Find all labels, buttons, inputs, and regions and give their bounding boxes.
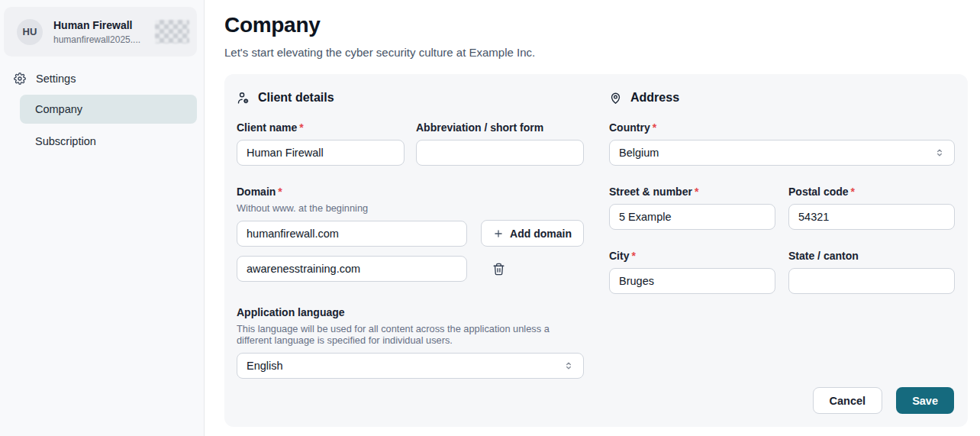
map-pin-icon	[609, 92, 622, 105]
workspace-subtitle: humanfirewall2025....	[53, 34, 140, 46]
abbreviation-field: Abbreviation / short form	[416, 121, 584, 166]
application-language-label: Application language	[237, 306, 584, 319]
chevron-up-down-icon	[563, 360, 574, 371]
domain-input-secondary[interactable]	[237, 256, 467, 282]
main-content: Company Let's start elevating the cyber …	[205, 0, 980, 436]
application-language-helper: This language will be used for all conte…	[237, 323, 565, 346]
postal-code-label: Postal code*	[788, 186, 955, 199]
required-marker: *	[299, 121, 303, 134]
workspace-name: Human Firewall	[53, 18, 140, 32]
country-select[interactable]: Belgium	[609, 140, 955, 166]
country-select-value: Belgium	[619, 147, 659, 159]
client-name-field: Client name*	[237, 121, 405, 166]
required-marker: *	[631, 250, 635, 262]
sidebar-nav: Company Subscription	[20, 95, 197, 156]
language-select-value: English	[247, 360, 283, 372]
workspace-text: Human Firewall humanfirewall2025....	[53, 18, 140, 46]
city-input[interactable]	[609, 268, 775, 294]
user-gear-icon	[237, 92, 250, 105]
required-marker: *	[278, 186, 282, 198]
state-label: State / canton	[788, 250, 955, 263]
client-details-title: Client details	[258, 91, 334, 105]
sidebar-item-company[interactable]: Company	[20, 95, 197, 124]
street-input[interactable]	[609, 204, 775, 230]
domain-label: Domain*	[237, 186, 584, 199]
address-section: Address Country* Belgium	[609, 91, 955, 427]
country-field: Country* Belgium	[609, 121, 955, 166]
sidebar: HU Human Firewall humanfirewall2025.... …	[0, 0, 205, 436]
address-title: Address	[630, 91, 679, 105]
page-subtitle: Let's start elevating the cyber security…	[224, 46, 980, 59]
plus-icon	[493, 228, 504, 239]
company-form-card: Client details Client name* Abbreviation…	[224, 74, 968, 427]
street-field: Street & number*	[609, 186, 775, 230]
trash-icon	[492, 263, 505, 276]
client-name-label: Client name*	[237, 121, 405, 134]
state-field: State / canton	[788, 250, 955, 294]
language-select[interactable]: English	[237, 353, 584, 379]
street-label: Street & number*	[609, 186, 775, 199]
required-marker: *	[851, 186, 855, 198]
delete-domain-button[interactable]	[490, 260, 507, 277]
city-label: City*	[609, 250, 775, 263]
redacted-region	[155, 20, 189, 44]
gear-icon	[14, 73, 26, 85]
domain-field: Domain* Without www. at the beginning Ad…	[237, 186, 584, 282]
page-title: Company	[224, 13, 980, 37]
sidebar-item-subscription[interactable]: Subscription	[20, 127, 197, 156]
add-domain-button[interactable]: Add domain	[481, 220, 584, 247]
domain-helper: Without www. at the beginning	[237, 202, 584, 214]
address-header: Address	[609, 91, 955, 105]
city-field: City*	[609, 250, 775, 294]
abbreviation-label: Abbreviation / short form	[416, 121, 584, 134]
client-details-section: Client details Client name* Abbreviation…	[237, 91, 584, 427]
required-marker: *	[695, 186, 698, 198]
form-actions: Cancel Save	[813, 387, 954, 414]
save-button[interactable]: Save	[896, 387, 954, 414]
postal-code-input[interactable]	[788, 204, 955, 230]
chevron-up-down-icon	[934, 147, 945, 158]
add-domain-label: Add domain	[510, 228, 572, 240]
client-details-header: Client details	[237, 91, 584, 105]
country-label: Country*	[609, 121, 955, 134]
cancel-button[interactable]: Cancel	[813, 387, 883, 414]
avatar: HU	[17, 19, 43, 45]
abbreviation-input[interactable]	[416, 140, 584, 166]
sidebar-item-settings[interactable]: Settings	[14, 73, 76, 85]
required-marker: *	[653, 121, 656, 134]
domain-input-primary[interactable]	[237, 221, 467, 247]
application-language-field: Application language This language will …	[237, 306, 584, 379]
workspace-card[interactable]: HU Human Firewall humanfirewall2025....	[4, 7, 197, 57]
postal-code-field: Postal code*	[788, 186, 955, 230]
sidebar-section-label: Settings	[36, 73, 76, 85]
state-input[interactable]	[788, 268, 955, 294]
client-name-input[interactable]	[237, 140, 405, 166]
